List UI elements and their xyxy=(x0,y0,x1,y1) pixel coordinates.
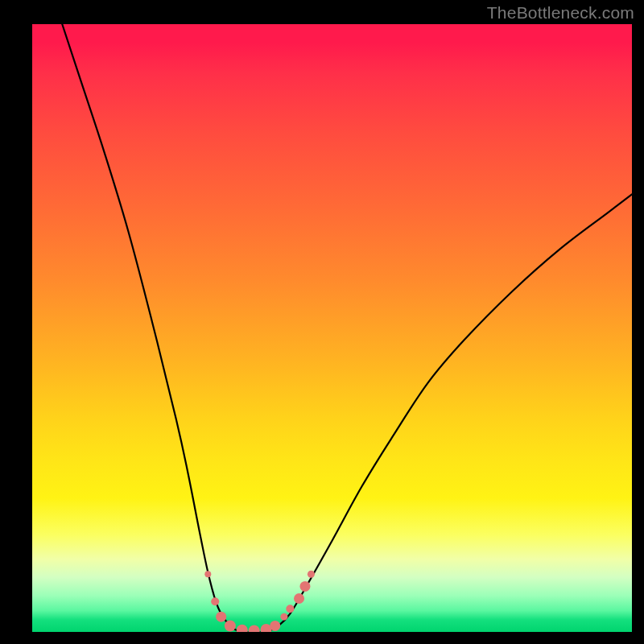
data-marker xyxy=(249,625,260,632)
data-marker xyxy=(216,612,226,622)
data-marker xyxy=(211,597,219,605)
plot-area xyxy=(32,24,632,632)
data-marker xyxy=(225,620,236,631)
data-marker xyxy=(237,625,248,632)
chart-svg xyxy=(32,24,632,632)
data-marker xyxy=(280,613,287,621)
chart-frame: TheBottleneck.com xyxy=(0,0,644,644)
watermark-text: TheBottleneck.com xyxy=(487,3,634,23)
curve-layer xyxy=(62,24,632,632)
data-marker xyxy=(299,581,310,592)
bottleneck-curve xyxy=(62,24,632,632)
data-marker xyxy=(204,571,211,577)
data-marker xyxy=(308,571,315,578)
marker-layer xyxy=(204,571,315,632)
data-marker xyxy=(270,621,280,631)
data-marker xyxy=(294,593,304,604)
data-marker xyxy=(286,605,294,613)
